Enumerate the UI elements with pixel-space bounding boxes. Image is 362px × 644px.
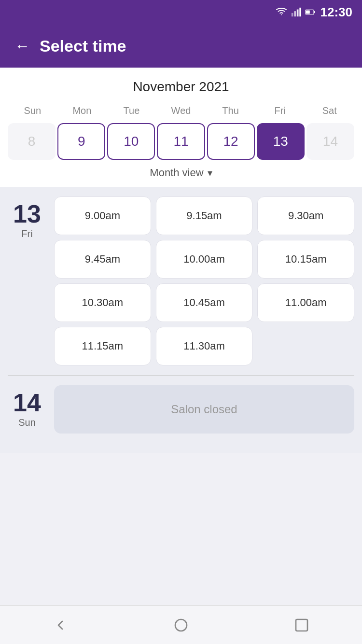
back-nav-icon [53, 617, 68, 633]
day-headers: Sun Mon Tue Wed Thu Fri Sat [8, 103, 354, 118]
svg-rect-6 [306, 10, 309, 14]
svg-rect-5 [314, 11, 315, 14]
nav-recent-button[interactable] [292, 616, 311, 635]
svg-point-7 [175, 619, 187, 631]
day-header-fri: Fri [255, 103, 305, 118]
day-13-time-slots: 9.00am 9.15am 9.30am 9.45am 10.00am 10.1… [54, 196, 354, 365]
home-nav-icon [173, 617, 189, 633]
slots-container: 13 Fri 9.00am 9.15am 9.30am 9.45am 10.00… [0, 187, 362, 453]
time-slot-1115[interactable]: 11.15am [54, 327, 151, 365]
bottom-nav [0, 605, 362, 644]
time-slot-1000[interactable]: 10.00am [156, 240, 253, 279]
cal-day-8[interactable]: 8 [8, 123, 56, 160]
day-header-thu: Thu [206, 103, 255, 118]
time-slot-900[interactable]: 9.00am [54, 196, 151, 235]
section-divider [8, 375, 354, 376]
day-14-number: 14 [13, 390, 41, 415]
calendar-row: 8 9 10 11 12 13 14 [8, 123, 354, 160]
day-header-sun: Sun [8, 103, 57, 118]
cal-day-11[interactable]: 11 [157, 123, 205, 160]
day-header-mon: Mon [57, 103, 107, 118]
cal-day-10[interactable]: 10 [107, 123, 155, 160]
salon-closed-label: Salon closed [171, 403, 237, 416]
time-slot-1045[interactable]: 10.45am [156, 283, 253, 322]
nav-back-button[interactable] [51, 616, 70, 635]
page-title: Select time [40, 37, 126, 56]
status-icons [276, 7, 316, 17]
svg-rect-3 [299, 8, 301, 16]
day-header-sat: Sat [305, 103, 354, 118]
header: ← Select time [0, 24, 362, 68]
signal-icon [291, 7, 301, 17]
svg-rect-1 [294, 11, 296, 16]
svg-rect-8 [296, 619, 307, 631]
status-time: 12:30 [320, 5, 353, 20]
time-slot-915[interactable]: 9.15am [156, 196, 253, 235]
time-slot-1015[interactable]: 10.15am [257, 240, 354, 279]
time-slot-1130[interactable]: 11.30am [156, 327, 253, 365]
month-year-label: November 2021 [8, 79, 354, 95]
cal-day-12[interactable]: 12 [207, 123, 255, 160]
time-slot-1100[interactable]: 11.00am [257, 283, 354, 322]
svg-rect-2 [296, 10, 298, 17]
recent-nav-icon [294, 617, 309, 633]
cal-day-14[interactable]: 14 [306, 123, 354, 160]
time-slot-1030[interactable]: 10.30am [54, 283, 151, 322]
day-header-tue: Tue [107, 103, 156, 118]
day-14-label: 14 Sun [8, 385, 46, 434]
day-14-name: Sun [18, 417, 36, 428]
cal-day-9[interactable]: 9 [57, 123, 105, 160]
month-view-label: Month view [150, 167, 203, 179]
day-13-name: Fri [21, 228, 32, 239]
day-14-section: 14 Sun Salon closed [8, 385, 354, 434]
time-slot-945[interactable]: 9.45am [54, 240, 151, 279]
day-13-number: 13 [13, 201, 41, 226]
salon-closed-box: Salon closed [54, 385, 354, 434]
day-header-wed: Wed [156, 103, 206, 118]
cal-day-13[interactable]: 13 [257, 123, 305, 160]
battery-icon [305, 7, 316, 17]
nav-home-button[interactable] [171, 616, 191, 635]
status-bar: 12:30 [0, 0, 362, 24]
svg-rect-0 [291, 13, 293, 16]
day-13-label: 13 Fri [8, 196, 46, 365]
time-slot-930[interactable]: 9.30am [257, 196, 354, 235]
day-13-section: 13 Fri 9.00am 9.15am 9.30am 9.45am 10.00… [8, 196, 354, 365]
calendar-section: November 2021 Sun Mon Tue Wed Thu Fri Sa… [0, 68, 362, 187]
wifi-icon [276, 7, 287, 17]
back-button[interactable]: ← [14, 38, 30, 54]
chevron-down-icon: ▾ [208, 167, 212, 179]
month-view-toggle[interactable]: Month view ▾ [8, 167, 354, 179]
